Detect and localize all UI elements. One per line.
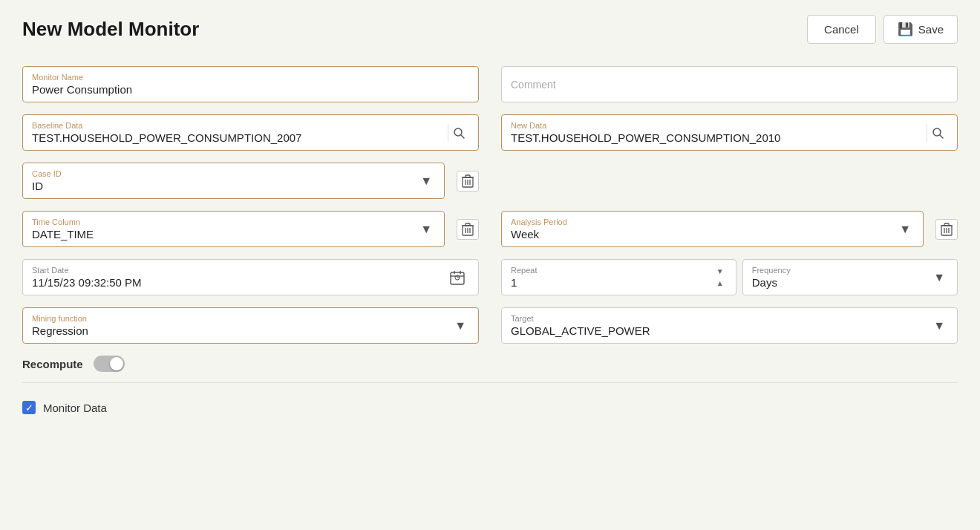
analysis-period-label: Analysis Period bbox=[511, 217, 896, 226]
comment-field[interactable]: Comment bbox=[501, 66, 958, 102]
analysis-period-delete-button[interactable] bbox=[935, 219, 958, 240]
mining-function-value: Regression bbox=[32, 324, 451, 337]
svg-line-3 bbox=[940, 135, 943, 138]
page-header: New Model Monitor Cancel 💾 Save bbox=[22, 15, 958, 44]
target-field[interactable]: Target GLOBAL_ACTIVE_POWER ▼ bbox=[501, 307, 958, 344]
time-column-chevron[interactable]: ▼ bbox=[417, 220, 435, 239]
new-data-value: TEST.HOUSEHOLD_POWER_CONSUMPTION_2010 bbox=[511, 131, 922, 144]
time-column-field[interactable]: Time Column DATE_TIME ▼ bbox=[22, 211, 445, 247]
comment-placeholder: Comment bbox=[511, 79, 948, 91]
analysis-period-row: Analysis Period Week ▼ bbox=[501, 211, 958, 247]
target-chevron[interactable]: ▼ bbox=[930, 316, 948, 336]
start-date-calendar-button[interactable] bbox=[445, 267, 469, 288]
repeat-field[interactable]: Repeat 1 ▼ ▲ bbox=[501, 259, 736, 295]
monitor-data-row: ✓ Monitor Data bbox=[22, 401, 958, 414]
time-column-delete-button[interactable] bbox=[457, 219, 479, 240]
baseline-data-value: TEST.HOUSEHOLD_POWER_CONSUMPTION_2007 bbox=[32, 131, 443, 144]
monitor-name-value: Power Consumption bbox=[32, 83, 469, 96]
repeat-frequency-row: Repeat 1 ▼ ▲ Frequency Days ▼ bbox=[501, 259, 958, 295]
analysis-period-value: Week bbox=[511, 228, 896, 241]
analysis-period-chevron[interactable]: ▼ bbox=[896, 220, 914, 239]
frequency-value: Days bbox=[752, 276, 930, 289]
case-id-delete-button[interactable] bbox=[457, 171, 479, 192]
frequency-field[interactable]: Frequency Days ▼ bbox=[742, 259, 958, 295]
time-column-label: Time Column bbox=[32, 217, 417, 226]
case-id-field[interactable]: Case ID ID ▼ bbox=[22, 163, 445, 199]
recompute-label: Recompute bbox=[22, 358, 83, 370]
target-value: GLOBAL_ACTIVE_POWER bbox=[511, 324, 930, 337]
divider bbox=[22, 382, 958, 383]
case-id-right-spacer bbox=[501, 163, 958, 199]
case-id-row: Case ID ID ▼ bbox=[22, 163, 479, 199]
mining-function-label: Mining function bbox=[32, 314, 451, 323]
form-grid: Monitor Name Power Consumption Comment B… bbox=[22, 66, 958, 344]
new-data-search-button[interactable] bbox=[927, 124, 948, 142]
start-date-label: Start Date bbox=[32, 266, 445, 275]
monitor-data-checkbox[interactable]: ✓ bbox=[22, 401, 36, 414]
svg-rect-22 bbox=[451, 272, 464, 284]
case-id-chevron[interactable]: ▼ bbox=[417, 171, 435, 191]
case-id-label: Case ID bbox=[32, 169, 417, 178]
start-date-field[interactable]: Start Date 11/15/23 09:32:50 PM bbox=[22, 259, 479, 295]
time-column-value: DATE_TIME bbox=[32, 228, 417, 241]
analysis-period-field[interactable]: Analysis Period Week ▼ bbox=[501, 211, 924, 247]
repeat-value: 1 bbox=[511, 276, 709, 289]
mining-function-field[interactable]: Mining function Regression ▼ bbox=[22, 307, 479, 344]
repeat-decrement-button[interactable]: ▼ bbox=[713, 266, 727, 277]
mining-function-chevron[interactable]: ▼ bbox=[451, 316, 469, 336]
baseline-data-search-button[interactable] bbox=[448, 124, 469, 142]
frequency-label: Frequency bbox=[752, 266, 930, 275]
repeat-label: Repeat bbox=[511, 266, 709, 275]
new-data-label: New Data bbox=[511, 121, 922, 130]
case-id-value: ID bbox=[32, 180, 417, 192]
page-title: New Model Monitor bbox=[22, 18, 199, 41]
monitor-data-label: Monitor Data bbox=[43, 402, 107, 414]
baseline-data-label: Baseline Data bbox=[32, 121, 443, 130]
new-data-field: New Data TEST.HOUSEHOLD_POWER_CONSUMPTIO… bbox=[501, 114, 958, 151]
time-column-row: Time Column DATE_TIME ▼ bbox=[22, 211, 479, 247]
repeat-stepper: ▼ ▲ bbox=[713, 266, 727, 289]
checkmark-icon: ✓ bbox=[25, 402, 33, 413]
recompute-row: Recompute bbox=[22, 356, 958, 372]
baseline-data-field: Baseline Data TEST.HOUSEHOLD_POWER_CONSU… bbox=[22, 114, 479, 151]
frequency-chevron[interactable]: ▼ bbox=[930, 268, 948, 287]
toggle-knob bbox=[110, 357, 123, 370]
monitor-name-label: Monitor Name bbox=[32, 73, 469, 82]
save-icon: 💾 bbox=[898, 22, 913, 37]
save-button[interactable]: 💾 Save bbox=[883, 15, 958, 44]
start-date-value: 11/15/23 09:32:50 PM bbox=[32, 276, 445, 289]
repeat-increment-button[interactable]: ▲ bbox=[713, 278, 727, 289]
monitor-name-field: Monitor Name Power Consumption bbox=[22, 66, 479, 102]
svg-line-1 bbox=[461, 135, 464, 138]
header-buttons: Cancel 💾 Save bbox=[807, 15, 958, 44]
cancel-button[interactable]: Cancel bbox=[807, 15, 876, 44]
target-label: Target bbox=[511, 314, 930, 323]
recompute-toggle[interactable] bbox=[94, 356, 125, 372]
